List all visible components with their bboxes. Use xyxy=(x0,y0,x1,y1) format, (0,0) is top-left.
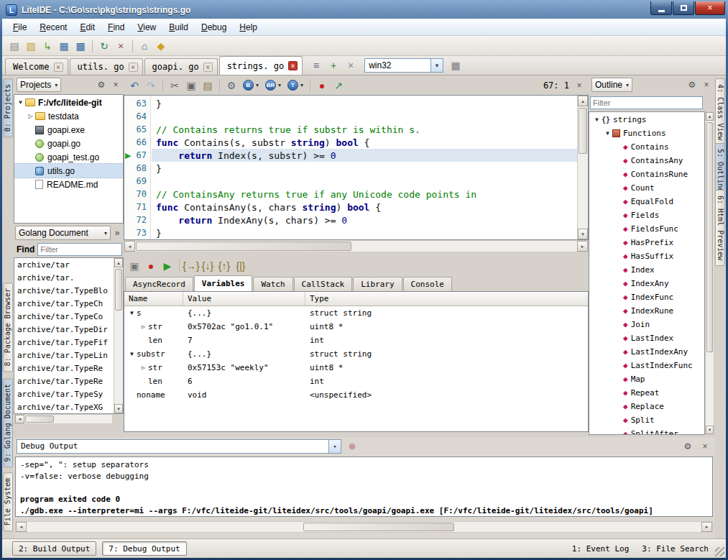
column-header-type[interactable]: Type xyxy=(305,292,588,306)
doc-list-item[interactable]: archive/tar.TypeXG xyxy=(14,401,113,414)
tree-item-readme-md[interactable]: README.md xyxy=(14,178,123,191)
close-button[interactable]: × xyxy=(695,1,725,15)
outline-item-replace[interactable]: ◆Replace xyxy=(589,400,704,413)
tab-close-icon[interactable]: × xyxy=(54,63,63,72)
code-line[interactable]: } xyxy=(152,226,577,239)
outline-item-strings[interactable]: ▼{}strings xyxy=(589,113,704,127)
outline-item-repeat[interactable]: ◆Repeat xyxy=(589,386,704,400)
more-button[interactable]: » xyxy=(112,228,122,238)
scroll-left-icon[interactable]: ◂ xyxy=(16,522,27,532)
close-all-icon[interactable]: × xyxy=(343,58,359,73)
doc-list-item[interactable]: archive/tar. xyxy=(14,272,113,285)
tree-item-goapi-test-go[interactable]: goapi_test.go xyxy=(14,150,123,164)
target-combo[interactable]: win32 ▾ xyxy=(364,58,443,73)
tree-item-testdata[interactable]: ▷testdata xyxy=(14,109,123,123)
outline-combo[interactable]: Outline ▾ xyxy=(591,78,632,92)
outline-item-hasprefix[interactable]: ◆HasPrefix xyxy=(589,236,704,249)
doc-list-item[interactable]: archive/tar.TypeDir xyxy=(14,323,113,336)
close-panel-icon[interactable]: × xyxy=(109,78,122,91)
projects-combo[interactable]: Projects ▾ xyxy=(17,78,61,92)
side-tab-8-package-browser[interactable]: 8: Package Browser xyxy=(3,283,13,372)
expander-icon[interactable]: ▼ xyxy=(127,351,137,357)
scroll-thumb[interactable] xyxy=(303,523,454,531)
doc-filter-input[interactable] xyxy=(37,243,122,256)
step-over-icon[interactable]: {→} xyxy=(183,258,199,274)
outline-item-lastindexany[interactable]: ◆LastIndexAny xyxy=(589,345,704,359)
outline-item-functions[interactable]: ▼Functions xyxy=(589,127,704,140)
outline-item-lastindexfunc[interactable]: ◆LastIndexFunc xyxy=(589,359,704,372)
tab-close-icon[interactable]: × xyxy=(288,61,298,70)
code-line[interactable]: } xyxy=(152,97,577,110)
outline-item-join[interactable]: ◆Join xyxy=(589,318,704,331)
tree-item-f-vfc-liteide-git[interactable]: ▼F:/vfc/liteide-git xyxy=(14,96,123,109)
scroll-down-icon[interactable]: ▾ xyxy=(578,229,588,239)
breakpoint-icon[interactable]: ● xyxy=(143,258,159,274)
status-toggle-1-event-log[interactable]: 1: Event Log xyxy=(572,544,629,554)
expander-icon[interactable]: ▼ xyxy=(592,116,602,123)
gear-icon[interactable]: ⚙ xyxy=(681,440,694,453)
scroll-right-icon[interactable]: ▸ xyxy=(701,522,712,532)
env-icon[interactable]: ▦ xyxy=(448,58,464,73)
build-combo-t[interactable]: T▾ xyxy=(285,79,306,91)
gear-icon[interactable]: ⚙ xyxy=(224,78,239,93)
doc-list-item[interactable]: archive/tar.TypeCo xyxy=(14,311,113,323)
scroll-up-icon[interactable]: ▴ xyxy=(578,96,588,106)
outline-item-equalfold[interactable]: ◆EqualFold xyxy=(589,195,704,208)
doc-list-item[interactable]: archive/tar.TypeFif xyxy=(14,336,113,349)
variable-row-substr[interactable]: ▼substr{...}struct string xyxy=(124,347,588,361)
outline-item-splitafter[interactable]: ◆SplitAfter xyxy=(589,427,704,435)
cut-icon[interactable]: ✂ xyxy=(167,78,183,93)
open-folder-icon[interactable]: ▨ xyxy=(23,38,39,54)
side-tab-9-golang-document[interactable]: 9: Golang Document xyxy=(3,378,13,467)
debug-tab-callstack[interactable]: CallStack xyxy=(294,277,353,291)
continue-icon[interactable]: ▶ xyxy=(160,258,175,274)
golang-document-combo[interactable]: Golang Document ▾ xyxy=(15,226,111,240)
doc-list-item[interactable]: archive/tar.TypeRe xyxy=(14,362,113,375)
scroll-up-icon[interactable]: ▴ xyxy=(114,258,123,267)
save-all-icon[interactable]: ▩ xyxy=(73,38,88,54)
expander-icon[interactable]: ▷ xyxy=(26,113,35,119)
gear-icon[interactable]: ⚙ xyxy=(686,78,699,91)
code-line[interactable]: } xyxy=(152,162,577,175)
minimize-button[interactable] xyxy=(650,1,672,15)
scroll-up-icon[interactable]: ▴ xyxy=(706,112,714,121)
debug-output-text[interactable]: -sep=", ": setup separators-v=false: ver… xyxy=(15,456,713,517)
close-editor-icon[interactable]: × xyxy=(573,79,586,92)
expander-icon[interactable]: ▷ xyxy=(139,364,148,371)
tree-item-goapi-go[interactable]: goapi.go xyxy=(14,137,123,150)
variable-row-str[interactable]: ▷str0x57153c "weekly"uint8 * xyxy=(124,361,588,375)
doc-list-item[interactable]: archive/tar.TypeLin xyxy=(14,349,113,362)
doc-list-item[interactable]: archive/tar.TypeBlo xyxy=(14,285,113,298)
scroll-thumb[interactable] xyxy=(579,108,587,154)
code-line[interactable]: // ContainsAny returns true if any Unico… xyxy=(152,188,577,201)
side-tab-6-html-preview[interactable]: 6: Html Preview xyxy=(715,190,725,266)
menu-build[interactable]: Build xyxy=(162,20,195,35)
scroll-thumb[interactable] xyxy=(136,242,351,251)
tab-goapi-go[interactable]: goapi. go× xyxy=(144,58,218,75)
menu-view[interactable]: View xyxy=(131,20,162,35)
editor-scrollbar-vertical[interactable]: ▴ ▾ xyxy=(577,96,588,239)
column-header-value[interactable]: Value xyxy=(183,292,305,306)
tab-welcome[interactable]: Welcome× xyxy=(5,58,68,75)
outline-item-fieldsfunc[interactable]: ◆FieldsFunc xyxy=(589,222,704,236)
side-tab-4-class-view[interactable]: 4: Class View xyxy=(715,78,725,146)
close-file-icon[interactable]: × xyxy=(113,38,129,54)
scroll-down-icon[interactable]: ▾ xyxy=(706,426,714,434)
tab-list-icon[interactable]: ≡ xyxy=(308,58,324,73)
scroll-thumb[interactable] xyxy=(706,122,713,352)
side-tab-file-system[interactable]: File System xyxy=(3,472,13,531)
variable-row-len[interactable]: len6int xyxy=(124,375,588,388)
menu-debug[interactable]: Debug xyxy=(195,20,233,35)
redo-icon[interactable]: ↷ xyxy=(143,78,159,93)
side-tab-0-projects[interactable]: 0: Projects xyxy=(3,78,13,137)
menu-recent[interactable]: Recent xyxy=(33,20,73,35)
doc-list-item[interactable]: archive/tar.TypeRe xyxy=(14,375,113,388)
tab-close-icon[interactable]: × xyxy=(129,63,138,72)
debug-tab-library[interactable]: Library xyxy=(353,277,402,291)
export-icon[interactable]: ↗ xyxy=(331,78,346,93)
code-line[interactable]: func ContainsAny(s, chars string) bool { xyxy=(152,201,577,214)
menu-file[interactable]: File xyxy=(6,20,33,35)
code-line[interactable] xyxy=(152,175,577,188)
save-file-icon[interactable]: ▦ xyxy=(56,38,72,54)
tab-close-icon[interactable]: × xyxy=(203,63,213,72)
